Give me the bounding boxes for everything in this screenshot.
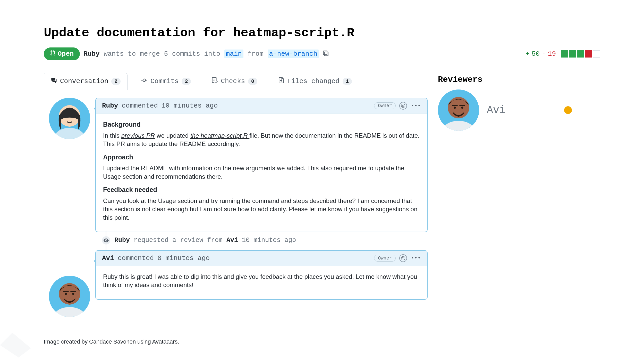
diff-square [593,50,600,58]
reviewers-heading: Reviewers [438,75,572,84]
svg-rect-25 [452,105,457,106]
svg-point-6 [72,116,74,118]
base-branch[interactable]: main [224,50,243,58]
svg-point-5 [65,116,67,118]
pr-status-row: Open Ruby wants to merge 5 commits into … [44,47,600,60]
tab-count: 1 [343,78,352,85]
comment-heading: Feedback needed [103,185,420,194]
diff-square [561,50,568,58]
svg-rect-26 [459,105,465,106]
diff-square [569,50,576,58]
pr-link[interactable]: previous PR [121,132,155,139]
author-association-badge: Owner [374,255,396,262]
avatar-ruby[interactable] [49,98,90,139]
comment-author[interactable]: Avi [102,254,114,262]
svg-point-19 [404,258,404,258]
copy-icon[interactable] [323,50,329,58]
svg-rect-15 [63,291,69,292]
pr-title: Update documentation for heatmap-script.… [44,26,600,40]
tab-conversation[interactable]: Conversation2 [44,73,128,90]
head-branch[interactable]: a-new-branch [268,50,319,58]
timeline-event: Ruby requested a review from Avi 10 minu… [95,232,428,249]
diff-squares [561,50,600,58]
comment-author[interactable]: Ruby [102,102,118,110]
comment-paragraph: Ruby this is great! I was able to dig in… [103,273,420,289]
reviewer-name[interactable]: Avi [487,104,556,116]
svg-point-18 [402,258,403,258]
diff-summary: + 50 - 19 [526,50,600,58]
pr-tabs: Conversation2Commits2Checks0Files change… [44,73,428,90]
pr-author[interactable]: Ruby [83,50,99,58]
watermark-icon [0,332,31,358]
comment-body: Ruby this is great! I was able to dig in… [96,266,427,299]
reviewer-row: Avi [438,89,572,131]
tab-files-changed[interactable]: Files changed1 [271,73,359,90]
comment-paragraph: I updated the README with information on… [103,164,420,181]
kebab-icon[interactable]: ••• [411,255,421,261]
comment-paragraph: Can you look at the Usage section and tr… [103,197,420,222]
pr-merge-sentence: Ruby wants to merge 5 commits into main … [83,50,319,58]
avatar-avi[interactable] [49,276,90,317]
comment-header: Ruby commented 10 minutes ago Owner ••• [96,98,427,113]
svg-point-8 [402,105,403,105]
timeline-text: Ruby requested a review from Avi 10 minu… [114,237,296,244]
svg-rect-0 [324,52,328,56]
diff-square [585,50,592,58]
deletions-minus: - [542,50,546,58]
svg-point-23 [454,107,456,109]
file-diff-icon [278,77,284,85]
comment-box: Avi commented 8 minutes ago Owner ••• Ru… [95,250,428,300]
svg-point-14 [72,293,74,295]
tab-label: Checks [221,77,245,85]
tab-checks[interactable]: Checks0 [205,73,264,90]
diff-square [577,50,584,58]
svg-point-24 [461,107,463,109]
pr-state-badge: Open [44,47,80,60]
review-status-pending-icon [564,106,572,114]
tab-label: Commits [150,77,179,85]
file-link[interactable]: the heatmap-script.R [190,132,249,139]
comment-paragraph: In this previous PR we updated the heatm… [103,132,420,148]
comment-body: Background In this previous PR we update… [96,113,427,232]
add-reaction-icon[interactable] [399,254,407,262]
comment-time: 10 minutes ago [162,102,218,110]
eye-icon [101,236,111,245]
git-pull-request-icon [50,50,56,58]
checklist-icon [211,77,218,85]
comment-heading: Background [103,120,420,129]
tab-commits[interactable]: Commits2 [134,73,198,90]
pr-state-label: Open [58,50,74,58]
tab-label: Conversation [60,77,108,85]
comment-time: 8 minutes ago [157,254,210,262]
add-reaction-icon[interactable] [399,102,407,110]
svg-point-7 [401,104,405,108]
author-association-badge: Owner [374,102,396,109]
svg-rect-1 [323,51,327,55]
tab-count: 2 [182,78,191,85]
svg-point-9 [404,105,404,105]
tab-count: 0 [248,78,257,85]
comment-heading: Approach [103,153,420,162]
tab-label: Files changed [287,77,340,85]
comment-box: Ruby commented 10 minutes ago Owner ••• … [95,98,428,232]
svg-point-17 [401,256,405,260]
comment-discussion-icon [51,77,57,85]
additions-count: 50 [532,50,540,58]
comment-header: Avi commented 8 minutes ago Owner ••• [96,251,427,266]
git-commit-icon [141,77,147,85]
kebab-icon[interactable]: ••• [411,103,421,109]
image-credit: Image created by Candace Savonen using A… [44,338,179,345]
avatar-avi[interactable] [438,89,479,131]
deletions-count: 19 [548,50,556,58]
additions-plus: + [526,50,530,58]
tab-count: 2 [111,78,121,85]
svg-rect-16 [70,291,76,292]
svg-point-13 [65,293,67,295]
